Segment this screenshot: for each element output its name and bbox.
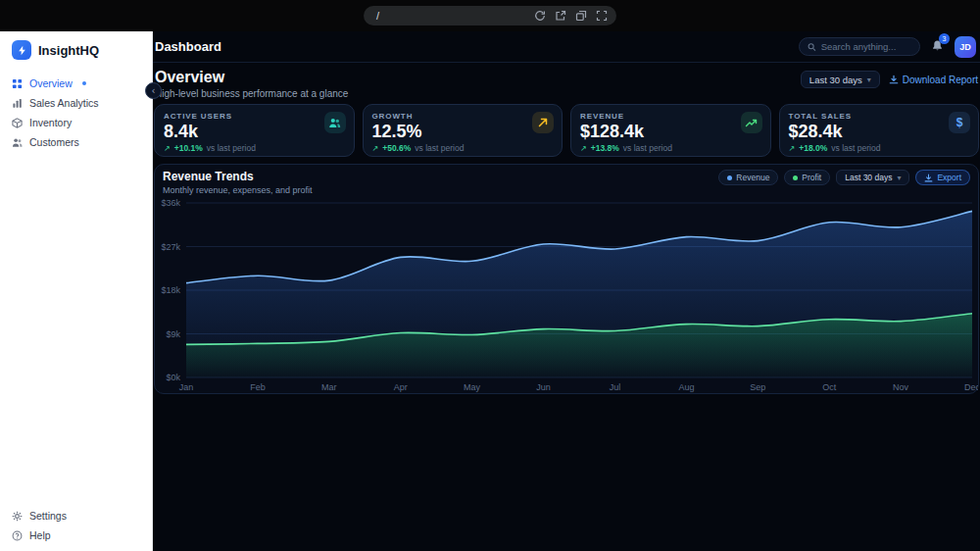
- url-text: /: [372, 10, 534, 22]
- svg-text:Aug: Aug: [678, 382, 694, 392]
- sidebar-item-label: Overview: [29, 77, 73, 89]
- sidebar-item-label: Sales Analytics: [29, 97, 99, 109]
- notification-badge: 3: [939, 33, 950, 44]
- chart-title: Revenue Trends: [163, 170, 313, 183]
- sidebar-item-label: Inventory: [29, 117, 72, 128]
- grid-icon: [12, 78, 23, 89]
- svg-text:$18k: $18k: [161, 285, 180, 295]
- sidebar-nav: Overview Sales Analytics Inventory Custo…: [0, 75, 152, 151]
- box-icon: [12, 118, 23, 128]
- chart-area: $0k$9k$18k$27k$36kJanFebMarAprMayJunJulA…: [155, 197, 978, 393]
- active-indicator-dot: [82, 81, 86, 85]
- page-subtitle: High-level business performance at a gla…: [155, 88, 348, 99]
- dollar-icon: $: [949, 112, 970, 133]
- svg-text:Feb: Feb: [250, 382, 266, 392]
- kpi-note: vs last period: [831, 143, 880, 153]
- legend-revenue[interactable]: Revenue: [718, 170, 778, 185]
- page-head: Overview High-level business performance…: [153, 63, 980, 104]
- kpi-delta: +18.0%: [799, 143, 827, 153]
- sidebar-item-label: Help: [29, 529, 51, 541]
- revenue-dot-icon: [727, 175, 732, 180]
- legend-profit[interactable]: Profit: [784, 170, 830, 185]
- trend-up-icon: ↗: [372, 144, 379, 153]
- expand-icon[interactable]: [596, 10, 608, 22]
- kpi-value: $28.4k: [789, 122, 970, 142]
- sidebar-collapse-button[interactable]: ‹: [145, 82, 162, 99]
- kpi-label: ACTIVE USERS: [164, 112, 345, 121]
- revenue-trends-chart: $0k$9k$18k$27k$36kJanFebMarAprMayJunJulA…: [155, 197, 978, 393]
- svg-text:Jun: Jun: [536, 382, 551, 392]
- svg-text:May: May: [464, 382, 481, 392]
- legend-label: Profit: [802, 173, 821, 182]
- gear-icon: [12, 511, 23, 522]
- users-icon: [12, 137, 23, 148]
- svg-text:Mar: Mar: [321, 382, 337, 392]
- revenue-trends-card: Revenue Trends Monthly revenue, expenses…: [154, 164, 979, 394]
- kpi-delta: +13.8%: [591, 143, 619, 153]
- notifications-button[interactable]: 3: [931, 38, 944, 56]
- kpi-card-revenue[interactable]: REVENUE $128.4k ↗ +13.8% vs last period: [570, 104, 771, 157]
- sidebar-item-settings[interactable]: Settings: [0, 507, 152, 525]
- kpi-delta: +10.1%: [174, 143, 203, 153]
- avatar[interactable]: JD: [955, 36, 976, 58]
- page-title: Overview: [155, 69, 348, 86]
- kpi-card-total-sales[interactable]: TOTAL SALES $28.4k ↗ +18.0% vs last peri…: [779, 104, 980, 157]
- svg-text:$27k: $27k: [161, 242, 180, 252]
- kpi-row: ACTIVE USERS 8.4k ↗ +10.1% vs last perio…: [153, 104, 980, 157]
- kpi-card-active-users[interactable]: ACTIVE USERS 8.4k ↗ +10.1% vs last perio…: [154, 104, 355, 157]
- svg-text:Nov: Nov: [893, 382, 909, 392]
- search-icon: [808, 42, 816, 52]
- sidebar-item-sales-analytics[interactable]: Sales Analytics: [0, 94, 152, 112]
- brand-name: InsightHQ: [38, 43, 99, 58]
- arrow-up-right-icon: [532, 112, 554, 133]
- download-report-button[interactable]: Download Report: [889, 75, 978, 85]
- download-icon: [889, 75, 899, 84]
- refresh-icon[interactable]: [534, 10, 546, 22]
- users-icon: [324, 112, 346, 133]
- kpi-value: 12.5%: [372, 122, 554, 142]
- date-range-label: Last 30 days: [809, 75, 862, 85]
- chart-subtitle: Monthly revenue, expenses, and profit: [163, 185, 313, 195]
- chevron-down-icon: ▾: [867, 75, 871, 84]
- kpi-note: vs last period: [415, 143, 464, 153]
- sidebar-item-help[interactable]: Help: [0, 526, 152, 544]
- svg-text:Sep: Sep: [750, 382, 765, 392]
- download-icon: [924, 174, 933, 182]
- bar-chart-icon: [12, 98, 23, 109]
- kpi-label: REVENUE: [580, 112, 761, 121]
- browser-chrome: /: [0, 0, 980, 31]
- kpi-delta: +50.6%: [382, 143, 411, 153]
- kpi-label: GROWTH: [372, 112, 554, 121]
- chart-range-select[interactable]: Last 30 days ▾: [836, 170, 909, 185]
- legend-label: Revenue: [736, 173, 769, 182]
- svg-text:Jul: Jul: [610, 382, 621, 392]
- tabs-icon[interactable]: [575, 10, 587, 22]
- date-range-select[interactable]: Last 30 days ▾: [801, 71, 880, 88]
- kpi-card-growth[interactable]: GROWTH 12.5% ↗ +50.6% vs last period: [363, 104, 564, 157]
- url-bar[interactable]: /: [364, 6, 616, 25]
- kpi-value: $128.4k: [580, 122, 761, 142]
- external-link-icon[interactable]: [555, 10, 566, 22]
- svg-text:$9k: $9k: [166, 329, 180, 339]
- chevron-down-icon: ▾: [897, 174, 901, 182]
- trend-up-icon: ↗: [164, 144, 171, 153]
- sidebar-item-label: Customers: [29, 136, 79, 148]
- export-button[interactable]: Export: [915, 170, 970, 185]
- svg-text:Oct: Oct: [822, 382, 837, 392]
- svg-text:Apr: Apr: [394, 382, 408, 392]
- trend-up-icon: ↗: [789, 144, 796, 153]
- sidebar-item-customers[interactable]: Customers: [0, 133, 152, 151]
- search-box[interactable]: [799, 37, 920, 56]
- sidebar-item-overview[interactable]: Overview: [0, 75, 152, 92]
- logo-bolt-icon: [12, 40, 31, 60]
- sidebar-item-inventory[interactable]: Inventory: [0, 114, 152, 131]
- brand: InsightHQ: [0, 40, 152, 60]
- kpi-note: vs last period: [623, 143, 672, 153]
- sidebar-footer: Settings Help: [0, 507, 152, 544]
- trend-up-icon: ↗: [580, 144, 587, 153]
- kpi-value: 8.4k: [164, 122, 345, 142]
- help-icon: [12, 530, 23, 541]
- sidebar: InsightHQ Overview Sales Analytics Inven…: [0, 31, 153, 551]
- svg-text:$0k: $0k: [166, 373, 180, 382]
- search-input[interactable]: [821, 41, 911, 52]
